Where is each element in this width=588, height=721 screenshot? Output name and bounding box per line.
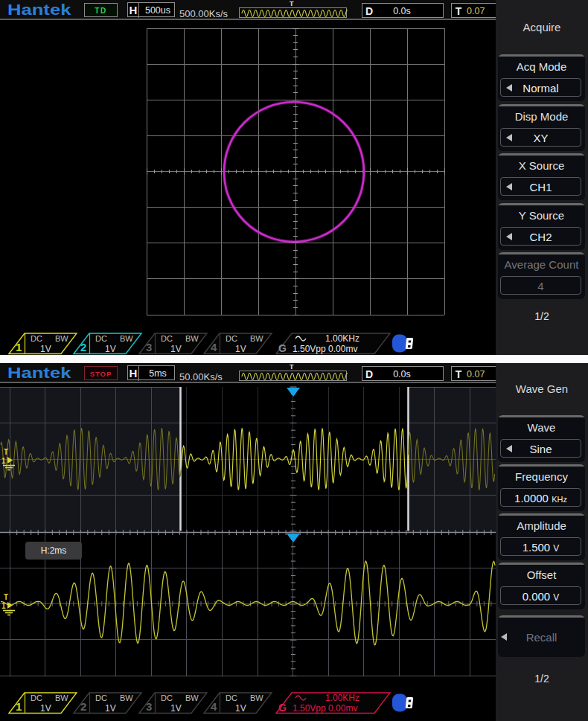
svg-text:1V: 1V <box>105 344 116 354</box>
svg-text:DC: DC <box>226 693 237 702</box>
svg-text:BW: BW <box>120 693 133 702</box>
svg-text:2: 2 <box>80 341 86 353</box>
svg-text:G: G <box>278 342 287 354</box>
svg-text:BW: BW <box>250 334 263 343</box>
svg-text:1.50Vpp 0.00mv: 1.50Vpp 0.00mv <box>293 703 357 714</box>
svg-text:T: T <box>4 448 8 456</box>
svg-text:1V: 1V <box>170 703 182 714</box>
svg-text:2: 2 <box>80 700 86 713</box>
svg-text:3: 3 <box>146 700 152 713</box>
svg-text:1V: 1V <box>170 344 182 354</box>
svg-text:DC: DC <box>31 334 42 343</box>
svg-text:DC: DC <box>31 693 42 702</box>
svg-text:1V: 1V <box>105 703 116 714</box>
svg-text:1.50Vpp 0.00mv: 1.50Vpp 0.00mv <box>293 344 357 354</box>
svg-text:4: 4 <box>211 700 217 713</box>
svg-text:1: 1 <box>1 457 6 465</box>
svg-text:1: 1 <box>16 700 22 713</box>
svg-text:1.00KHz: 1.00KHz <box>325 693 359 703</box>
svg-text:1: 1 <box>16 341 22 353</box>
svg-text:BW: BW <box>185 334 199 343</box>
svg-text:1V: 1V <box>235 344 246 354</box>
svg-text:G: G <box>278 702 287 714</box>
svg-text:1V: 1V <box>235 703 246 714</box>
svg-text:1: 1 <box>1 602 6 610</box>
svg-text:BW: BW <box>120 334 133 343</box>
svg-text:1V: 1V <box>40 703 51 714</box>
svg-text:DC: DC <box>161 334 173 343</box>
svg-text:BW: BW <box>55 693 68 702</box>
svg-text:3: 3 <box>146 341 152 353</box>
svg-text:BW: BW <box>185 693 199 702</box>
svg-text:T: T <box>4 593 8 601</box>
svg-text:DC: DC <box>95 693 107 702</box>
svg-text:BW: BW <box>55 334 68 343</box>
svg-text:DC: DC <box>161 693 173 702</box>
svg-text:DC: DC <box>226 334 237 343</box>
svg-text:1.00KHz: 1.00KHz <box>325 333 359 344</box>
svg-text:1V: 1V <box>40 344 51 354</box>
svg-text:BW: BW <box>250 693 263 702</box>
svg-text:DC: DC <box>95 334 107 343</box>
svg-text:4: 4 <box>211 341 217 353</box>
